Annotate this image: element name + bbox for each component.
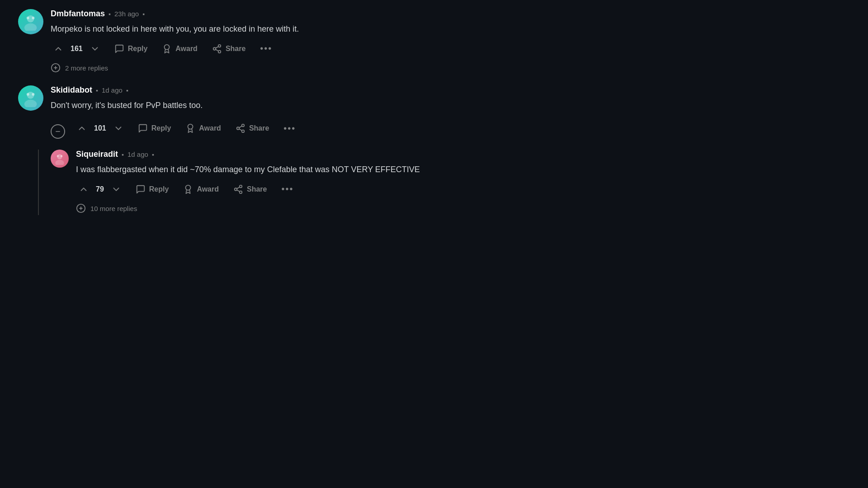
comment-content: Dmbfantomas ▪ 23h ago ▪ Morpeko is not l… [51, 9, 615, 75]
comment-text: Morpeko is not locked in here with you, … [51, 23, 615, 35]
svg-line-32 [237, 190, 240, 192]
comment-block: Dmbfantomas ▪ 23h ago ▪ Morpeko is not l… [18, 9, 615, 75]
svg-point-15 [27, 93, 29, 96]
comment-block-2: Skididabot ▪ 1d ago ▪ Don't worry, it's … [18, 85, 615, 215]
svg-line-9 [216, 46, 218, 48]
reply-button-2[interactable]: Reply [135, 122, 174, 135]
reply-upvote-button[interactable] [76, 183, 91, 196]
action-bar-2: 101 Reply [51, 118, 615, 139]
avatar [18, 9, 43, 34]
reply-share-button[interactable]: Share [231, 183, 269, 196]
upvote-button[interactable] [51, 42, 66, 56]
reply-text: I was flabbergasted when it did ~70% dam… [76, 164, 615, 176]
reply-more-options-button[interactable]: ••• [278, 182, 296, 196]
svg-point-14 [24, 100, 37, 107]
reply-reply-button[interactable]: Reply [133, 183, 172, 196]
comment-meta-2: Skididabot ▪ 1d ago ▪ [51, 85, 615, 95]
svg-line-23 [239, 126, 242, 128]
svg-line-33 [237, 187, 240, 188]
reply-vote-group: 79 [76, 183, 124, 196]
vote-group-2: 101 [74, 122, 126, 135]
reply-meta: Siqueiradit ▪ 1d ago ▪ [76, 150, 615, 159]
reply-timestamp: 1d ago [127, 150, 148, 158]
timestamp: 23h ago [114, 10, 139, 18]
svg-point-26 [57, 155, 59, 157]
reply-content: Siqueiradit ▪ 1d ago ▪ I was flabbergast… [76, 150, 615, 215]
collapse-button[interactable] [51, 124, 65, 139]
svg-point-3 [32, 17, 35, 19]
svg-point-16 [32, 93, 35, 96]
timestamp-2: 1d ago [102, 86, 123, 94]
reply-award-button[interactable]: Award [180, 183, 222, 196]
avatar-3 [51, 150, 69, 168]
svg-line-8 [216, 49, 218, 51]
comment-content-2: Skididabot ▪ 1d ago ▪ Don't worry, it's … [51, 85, 615, 215]
svg-line-22 [239, 129, 242, 131]
award-button[interactable]: Award [159, 42, 200, 56]
svg-point-25 [55, 160, 64, 165]
reply-block: Siqueiradit ▪ 1d ago ▪ I was flabbergast… [51, 150, 615, 215]
downvote-button[interactable] [87, 42, 103, 56]
comment-text-2: Don't worry, it's busted for PvP battles… [51, 99, 615, 112]
vote-group: 161 [51, 42, 103, 56]
action-bar: 161 Reply [51, 42, 615, 56]
reply-username: Siqueiradit [76, 150, 118, 159]
vote-count-2: 101 [94, 124, 106, 132]
username: Dmbfantomas [51, 9, 105, 19]
reply-more-replies-button[interactable]: 10 more replies [76, 202, 615, 215]
more-replies-button[interactable]: 2 more replies [51, 61, 615, 75]
more-options-button[interactable]: ••• [257, 42, 275, 56]
svg-point-2 [27, 17, 29, 19]
comment-meta: Dmbfantomas ▪ 23h ago ▪ [51, 9, 615, 19]
upvote-button-2[interactable] [74, 122, 90, 135]
avatar-2 [18, 85, 43, 111]
downvote-button-2[interactable] [111, 122, 126, 135]
reply-vote-count: 79 [96, 185, 104, 193]
share-button[interactable]: Share [209, 42, 248, 56]
username-2: Skididabot [51, 85, 92, 95]
award-button-2[interactable]: Award [183, 122, 224, 135]
svg-point-1 [24, 23, 37, 31]
reply-action-bar: 79 Reply [76, 182, 615, 196]
share-button-2[interactable]: Share [233, 122, 272, 135]
vote-count: 161 [71, 45, 83, 53]
more-options-button-2[interactable]: ••• [281, 122, 298, 136]
svg-point-27 [61, 155, 62, 157]
comments-container: Dmbfantomas ▪ 23h ago ▪ Morpeko is not l… [0, 0, 633, 228]
reply-button[interactable]: Reply [112, 42, 151, 56]
reply-downvote-button[interactable] [108, 183, 124, 196]
